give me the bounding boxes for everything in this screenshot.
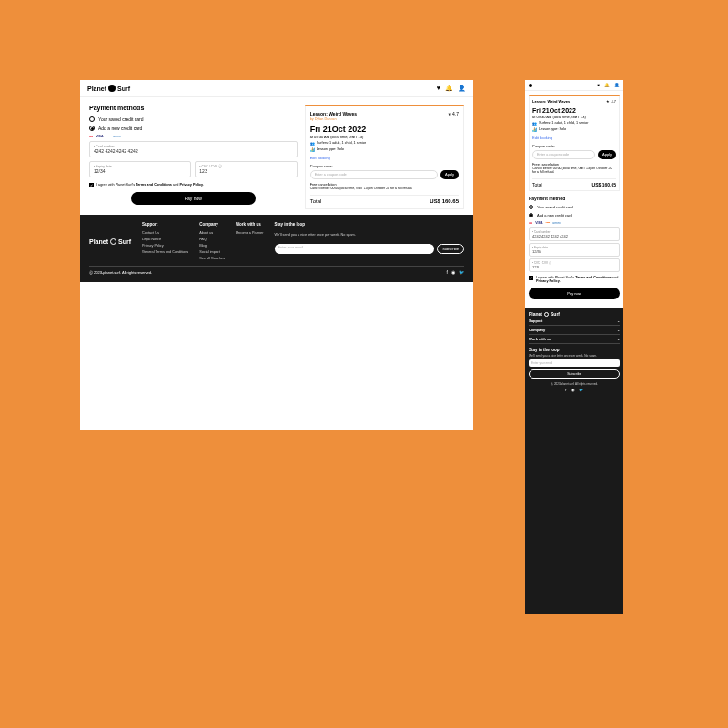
footer-link[interactable]: General Terms and Conditions	[142, 250, 188, 254]
card-number-field[interactable]: • Card number 4242 4242 4242 4242	[89, 141, 298, 157]
bell-icon[interactable]: 🔔	[604, 83, 610, 87]
pay-button[interactable]: Pay now	[131, 192, 256, 205]
desktop-frame: PlanetSurf ♥ 🔔 👤 Payment methods Your sa…	[80, 80, 473, 430]
newsletter-title: Stay in the loop	[529, 348, 620, 352]
twitter-icon[interactable]: 🐦	[579, 388, 583, 392]
footer-link[interactable]: Privacy Policy	[142, 244, 188, 248]
facebook-icon[interactable]: f	[447, 269, 448, 275]
option-new-card[interactable]: Add a new credit card	[529, 213, 620, 217]
radio-icon	[89, 116, 95, 122]
lesson-title: Lesson: Weird Waves	[532, 99, 570, 104]
accordion-company[interactable]: Company⌄	[529, 326, 620, 335]
accordion-support[interactable]: Support⌄	[529, 317, 620, 326]
radio-icon	[529, 213, 533, 217]
mastercard-icon: ●●	[529, 221, 532, 225]
footer-support: Support Contact Us Legal Notice Privacy …	[142, 222, 188, 260]
payment-title: Payment method	[529, 196, 620, 201]
payment-title: Payment methods	[89, 105, 298, 111]
copyright: Ⓒ 2023-planet.surf. All rights reserved.	[529, 382, 620, 386]
cvc-field[interactable]: • CVC / CVV ⓘ 123	[529, 258, 620, 272]
footer-link[interactable]: FAQ	[199, 238, 225, 241]
pay-button[interactable]: Pay now	[529, 288, 620, 299]
card-brand-row: ●● VISA •••• amex	[89, 135, 298, 138]
header-icons: ♥ 🔔 👤	[437, 85, 466, 92]
avatar-icon[interactable]: 👤	[458, 85, 466, 92]
option-new-card[interactable]: Add a new credit card	[89, 126, 298, 131]
booking-date: Fri 21Oct 2022	[310, 125, 459, 134]
heart-icon[interactable]: ♥	[597, 83, 600, 87]
footer-work: Work with us Become a Partner	[236, 222, 264, 260]
expiry-field[interactable]: • Expiry date 12/34	[529, 243, 620, 257]
board-icon: 🏄	[532, 127, 537, 132]
coupon-input[interactable]: Enter a coupon code	[310, 170, 438, 179]
option-saved-card[interactable]: Your saved credit card	[89, 116, 298, 122]
coupon-input[interactable]: Enter a coupon code	[532, 150, 595, 159]
footer-link[interactable]: Legal Notice	[142, 238, 188, 241]
footer: PlanetSurf Support Contact Us Legal Noti…	[80, 215, 473, 282]
subscribe-button[interactable]: Subscribe	[529, 369, 620, 379]
accordion-work[interactable]: Work with us⌄	[529, 335, 620, 344]
card-number-field[interactable]: • Card number 4242 4242 4242 4242	[529, 228, 620, 241]
footer-link[interactable]: Social impact	[199, 250, 225, 254]
footer-link[interactable]: About us	[199, 231, 225, 235]
footer-link[interactable]: Become a Partner	[236, 231, 264, 235]
mobile-frame: ♥ 🔔 👤 Lesson: Weird Waves ★ 4.7 Fri 21Oc…	[525, 80, 623, 614]
agree-row[interactable]: ✓ I agree with Planet Surf's Terms and C…	[529, 276, 620, 283]
lesson-title: Lesson: Weird Waves	[310, 111, 357, 116]
copyright: Ⓒ 2023-planet.surf. All rights reserved.	[89, 270, 152, 275]
email-input[interactable]: Enter your email	[275, 244, 435, 254]
option-saved-card[interactable]: Your saved credit card	[529, 205, 620, 209]
field-value: 12/34	[94, 168, 187, 174]
subscribe-button[interactable]: Subscribe	[437, 244, 464, 254]
logo[interactable]: PlanetSurf	[87, 85, 130, 92]
amex-icon: amex	[552, 221, 561, 225]
checkbox-icon: ✓	[529, 276, 533, 280]
facebook-icon[interactable]: f	[565, 388, 566, 392]
apply-button[interactable]: Apply	[598, 150, 616, 159]
agree-text: I agree with Planet Surf's Terms and Con…	[96, 183, 204, 187]
total-label: Total	[310, 198, 322, 204]
bell-icon[interactable]: 🔔	[445, 85, 453, 92]
twitter-icon[interactable]: 🐦	[459, 269, 464, 275]
footer-newsletter: Stay in the loop We'll send you a nice l…	[275, 222, 465, 260]
agree-row[interactable]: ✓ I agree with Planet Surf's Terms and C…	[89, 183, 298, 187]
footer-link[interactable]: See all Coaches	[199, 257, 225, 260]
cancel-text: Cancel before 00:00 (local time, GMT +3)…	[310, 187, 459, 190]
rating: ★ 4.7	[606, 99, 616, 104]
card-icon: ••••	[106, 135, 110, 138]
mastercard-icon: ●●	[89, 135, 93, 138]
footer-link[interactable]: Contact Us	[142, 231, 188, 235]
chevron-down-icon: ⌄	[617, 318, 620, 323]
checkbox-icon: ✓	[89, 183, 94, 187]
payment-panel: Payment method Your saved credit card Ad…	[529, 196, 620, 299]
instagram-icon[interactable]: ◉	[451, 269, 455, 275]
apply-button[interactable]: Apply	[440, 170, 459, 179]
rating: ★ 4.7	[448, 111, 459, 116]
field-value: 123	[199, 168, 292, 174]
person-icon: 👥	[310, 141, 315, 146]
edit-booking-link[interactable]: Edit booking	[532, 136, 616, 140]
avatar-icon[interactable]: 👤	[614, 83, 620, 87]
visa-icon: VISA	[96, 135, 103, 138]
header: ♥ 🔔 👤	[525, 80, 623, 91]
cvc-field[interactable]: • CVC / CVV ⓘ 123	[195, 161, 297, 177]
footer-link[interactable]: Blog	[199, 244, 225, 248]
expiry-field[interactable]: • Expiry date 12/34	[89, 161, 191, 177]
logo[interactable]	[529, 84, 532, 87]
instagram-icon[interactable]: ◉	[571, 388, 574, 392]
booking-time: at 09:30 AM (local time, GMT +3)	[532, 115, 616, 119]
heart-icon[interactable]: ♥	[437, 85, 440, 92]
booking-time: at 09:30 AM (local time, GMT +3)	[310, 135, 459, 139]
chevron-down-icon: ⌄	[617, 337, 620, 341]
field-value: 4242 4242 4242 4242	[94, 148, 293, 154]
footer-company: Company About us FAQ Blog Social impact …	[199, 222, 225, 260]
coach-link[interactable]: by Dylan Duncan	[310, 117, 459, 121]
email-input[interactable]: Enter your email	[529, 359, 620, 367]
option-label: Add a new credit card	[98, 126, 142, 131]
footer-logo[interactable]: PlanetSurf	[89, 222, 131, 260]
radio-icon	[89, 126, 95, 131]
coupon-label: Coupon code:	[310, 164, 459, 168]
edit-booking-link[interactable]: Edit booking	[310, 156, 459, 160]
person-icon: 👥	[532, 121, 537, 126]
booking-date: Fri 21Oct 2022	[532, 107, 616, 114]
